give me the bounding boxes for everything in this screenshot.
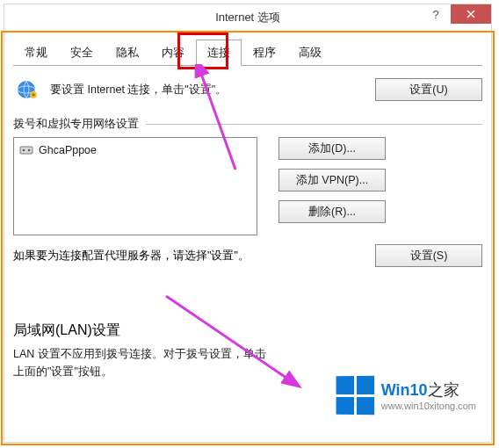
setup-row: 要设置 Internet 连接，单击"设置"。 设置(U) <box>15 78 482 101</box>
list-item-label: GhcaPppoe <box>39 144 97 156</box>
svg-point-5 <box>28 149 31 152</box>
lan-group-label: 局域网(LAN)设置 <box>13 322 482 340</box>
svg-rect-3 <box>20 147 33 154</box>
tab-privacy[interactable]: 隐私 <box>105 40 150 65</box>
watermark: Win10之家 www.win10xitong.com <box>336 376 476 415</box>
close-button[interactable] <box>451 4 491 24</box>
tab-bar: 常规 安全 隐私 内容 连接 程序 高级 <box>13 40 482 66</box>
help-button[interactable]: ? <box>423 4 449 24</box>
arrow-annotation-bottom <box>157 287 315 401</box>
dial-group-text: 拨号和虚拟专用网络设置 <box>13 117 139 132</box>
tab-advanced[interactable]: 高级 <box>287 40 333 65</box>
divider <box>146 124 482 125</box>
add-vpn-button[interactable]: 添加 VPN(P)... <box>278 169 386 191</box>
titlebar: Internet 选项 ? <box>4 4 491 31</box>
watermark-brand-b: 之家 <box>428 381 459 399</box>
connections-listbox[interactable]: GhcaPppoe <box>13 137 257 235</box>
lan-group-text: 局域网(LAN)设置 <box>13 322 120 340</box>
connection-icon <box>19 143 33 157</box>
tab-general[interactable]: 常规 <box>13 40 59 65</box>
setup-text: 要设置 Internet 连接，单击"设置"。 <box>50 83 366 98</box>
lan-description: LAN 设置不应用到拨号连接。对于拨号设置，单击上面的"设置"按钮。 <box>13 345 268 380</box>
dial-row: GhcaPppoe 添加(D)... 添加 VPN(P)... 删除(R)... <box>13 137 482 235</box>
watermark-text: Win10之家 www.win10xitong.com <box>381 379 476 411</box>
remove-button[interactable]: 删除(R)... <box>278 200 386 223</box>
proxy-row: 如果要为连接配置代理服务器，请选择"设置"。 设置(S) <box>13 244 482 267</box>
close-icon <box>466 10 475 18</box>
globe-icon <box>15 78 38 101</box>
dial-group-label: 拨号和虚拟专用网络设置 <box>13 117 482 132</box>
watermark-url: www.win10xitong.com <box>381 401 476 411</box>
proxy-text: 如果要为连接配置代理服务器，请选择"设置"。 <box>13 249 366 264</box>
setup-button[interactable]: 设置(U) <box>375 78 482 101</box>
dial-buttons: 添加(D)... 添加 VPN(P)... 删除(R)... <box>270 137 386 235</box>
watermark-brand-a: Win10 <box>381 381 428 399</box>
windows-logo-icon <box>336 376 374 415</box>
tab-programs[interactable]: 程序 <box>242 40 287 65</box>
tab-security[interactable]: 安全 <box>59 40 105 65</box>
add-button[interactable]: 添加(D)... <box>278 137 386 160</box>
list-item[interactable]: GhcaPppoe <box>18 141 253 159</box>
window-title: Internet 选项 <box>215 10 280 25</box>
dial-settings-button[interactable]: 设置(S) <box>375 244 482 267</box>
tab-content[interactable]: 内容 <box>150 40 196 65</box>
svg-point-4 <box>23 149 25 152</box>
tab-connections[interactable]: 连接 <box>196 40 242 66</box>
